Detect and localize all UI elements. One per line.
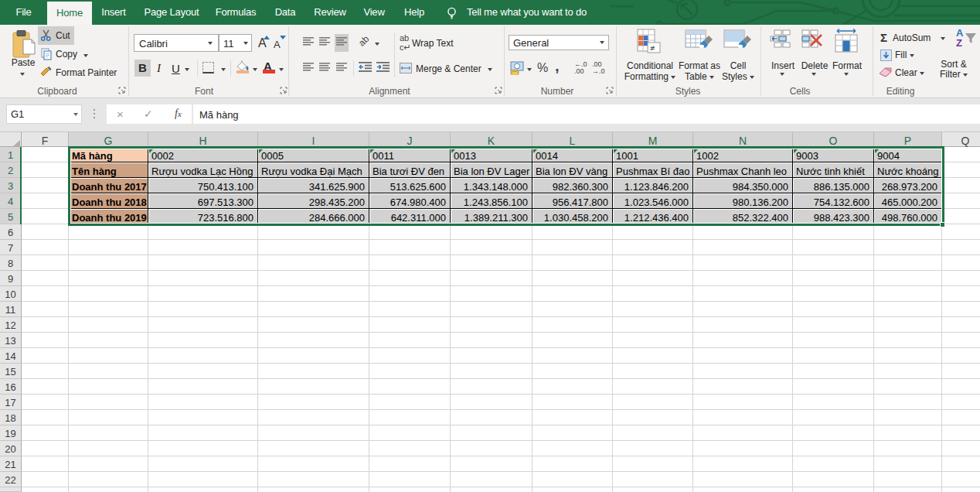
svg-text:≠: ≠ xyxy=(650,43,655,53)
